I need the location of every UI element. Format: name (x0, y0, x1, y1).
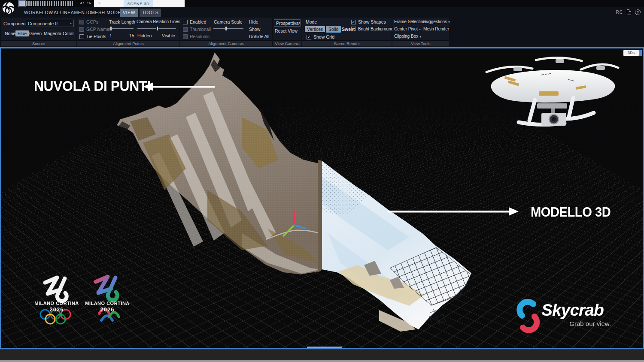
checkbox-icon (351, 27, 356, 31)
ribbon-section-scene-render: Mode Vertices Solid Sweet ✓ Show Grid ✓ … (302, 18, 392, 46)
chevron-down-icon: ▾ (70, 21, 72, 25)
show-grid-checkbox[interactable]: ✓ Show Grid (307, 34, 334, 39)
checkbox-checked-icon: ✓ (351, 20, 356, 24)
section-title-alignment-points: Alignment Points (77, 40, 179, 46)
gcps-checkbox[interactable]: GCPs (79, 19, 98, 24)
section-title-source: Source (1, 40, 76, 46)
tab-scene-3d[interactable]: SCENE 3D (124, 0, 153, 7)
ribbon-section-alignment-points: GCPs GCP Names Tie Points Track Length 1… (77, 18, 179, 46)
titlebar-right-controls: RC ? (616, 9, 641, 15)
model-3d-label: MODELLO 3D (531, 205, 611, 220)
gcp-names-checkbox[interactable]: GCP Names (79, 27, 112, 32)
milano-cortina-year: 2026 (83, 306, 131, 313)
center-pivot-button[interactable]: Center Pivot▾ (394, 27, 421, 31)
checkbox-checked-icon: ✓ (307, 35, 311, 39)
ribbon-section-alignment-cameras: Enabled Thumbnail Residuals Camera Scale… (180, 18, 272, 46)
app-logo[interactable] (1, 1, 15, 15)
menu-bar: WORKFLOW ALLINEAMENTO MESH MODEL VIEW TO… (0, 7, 644, 18)
mode-solid-button[interactable]: Solid (326, 26, 341, 33)
relation-visible-label: Visible (162, 33, 175, 38)
milano-cortina-name: MILANO CORTINA (33, 301, 81, 306)
show-shapes-checkbox[interactable]: ✓ Show Shapes (351, 19, 386, 24)
hide-button[interactable]: Hide (249, 19, 258, 24)
section-title-alignment-cameras: Alignment Cameras (180, 40, 272, 46)
point-cloud-label: NUVOLA DI PUNTI (34, 78, 151, 94)
redo-icon[interactable]: ↷ (87, 0, 91, 7)
camera-scale-slider[interactable] (213, 26, 243, 31)
undo-icon[interactable]: ↶ (80, 0, 84, 7)
milano-cortina-paralympic-logo (96, 277, 119, 320)
section-title-scene-render: Scene Render (302, 40, 392, 46)
viewport-3d-badge[interactable]: 3Ds (623, 50, 639, 56)
viewport-badge-chip (639, 50, 642, 56)
viewport-border-notch (307, 347, 342, 348)
track-length-slider[interactable] (109, 26, 134, 31)
layout-toolbar (19, 1, 73, 6)
layout-split-left-icon[interactable] (33, 1, 39, 6)
layout-columns-icon[interactable] (67, 1, 73, 6)
unhide-all-button[interactable]: Unhide All (249, 34, 269, 39)
skycrab-logo-icon (519, 302, 537, 330)
track-length-min: 1 (109, 33, 112, 38)
suggestions-button[interactable]: Suggestions▾ (423, 19, 450, 24)
layout-quad-icon[interactable] (54, 1, 59, 6)
menu-workflow[interactable]: WORKFLOW (21, 9, 56, 17)
document-icon[interactable] (627, 9, 631, 15)
help-icon[interactable]: ? (635, 9, 641, 15)
milano-cortina-year: 2026 (33, 306, 81, 313)
checkbox-icon (79, 20, 84, 24)
chevron-down-icon: ▾ (448, 20, 450, 24)
rc-badge: RC (616, 10, 623, 15)
section-title-view-camera: View Camera (273, 40, 301, 46)
enabled-checkbox[interactable]: Enabled (183, 19, 207, 24)
scene-3d-viewport[interactable]: NUVOLA DI PUNTI MODELLO 3D 3Ds MILANO CO… (0, 47, 644, 349)
status-bar (0, 349, 644, 360)
layout-grid-icon[interactable] (47, 1, 52, 6)
model-arrow (388, 207, 519, 216)
tie-points-checkbox[interactable]: Tie Points (79, 34, 106, 39)
layout-single-icon[interactable] (19, 1, 25, 6)
track-length-max: 15 (129, 33, 134, 38)
projection-dropdown[interactable]: Prospettiva ▾ (274, 19, 301, 27)
clipping-box-button[interactable]: Clipping Box▾ (394, 34, 421, 39)
drone-image (486, 57, 618, 126)
mode-vertices-button[interactable]: Vertices (305, 26, 325, 32)
camera-scale-label: Camera Scale (214, 19, 243, 24)
chevron-down-icon: ▾ (299, 21, 301, 25)
menu-view[interactable]: VIEW (120, 9, 138, 17)
reset-view-button[interactable]: Reset View (275, 28, 298, 33)
layout-rows-icon[interactable] (40, 1, 46, 6)
skycrab-name: Skycrab (541, 301, 604, 320)
tab-strip: ≡ SCENE 3D (94, 0, 185, 7)
component-label: Component (3, 21, 27, 26)
mesh-render-button[interactable]: Mesh Render (423, 27, 449, 31)
chevron-down-icon: ▾ (419, 27, 421, 31)
textured-3d-model (322, 161, 471, 332)
app-chrome: ↶ ↷ ≡ SCENE 3D WORKFLOW ALLINEAMENTO MES… (0, 0, 644, 47)
residuals-checkbox[interactable]: Residuals (183, 34, 210, 39)
ribbon-section-source: Component Componente 0 ▾ None Blue Green… (1, 18, 76, 46)
ribbon-section-view-tools: Frame Selection▾ Suggestions▾ Center Piv… (392, 18, 449, 46)
checkbox-icon (183, 20, 188, 24)
menu-tools[interactable]: TOOLS (140, 9, 161, 17)
layout-two-pane-icon[interactable] (26, 1, 32, 6)
bright-background-checkbox[interactable]: Bright Background (351, 27, 393, 31)
section-title-view-tools: View Tools (392, 40, 449, 46)
show-button[interactable]: Show (249, 27, 260, 32)
component-dropdown[interactable]: Componente 0 ▾ (26, 20, 74, 27)
quick-access-menu-icon[interactable]: ≡ (98, 2, 100, 6)
color-coral-button[interactable]: Coral (61, 30, 76, 36)
layout-wide-icon[interactable] (61, 1, 66, 6)
menu-allineamento[interactable]: ALLINEAMENTO (51, 9, 94, 17)
mode-label: Mode (306, 19, 317, 24)
taskbar-edge (0, 360, 644, 362)
camera-relation-slider[interactable] (137, 26, 176, 31)
checkbox-icon (79, 27, 84, 32)
relation-hidden-label: Hidden (137, 33, 152, 38)
title-bar: ↶ ↷ ≡ SCENE 3D (0, 0, 644, 7)
track-length-label: Track Length (109, 19, 135, 24)
checkbox-icon (183, 27, 188, 32)
thumbnail-checkbox[interactable]: Thumbnail (183, 27, 211, 32)
checkbox-icon (79, 34, 84, 39)
chevron-down-icon: ▾ (419, 35, 421, 39)
